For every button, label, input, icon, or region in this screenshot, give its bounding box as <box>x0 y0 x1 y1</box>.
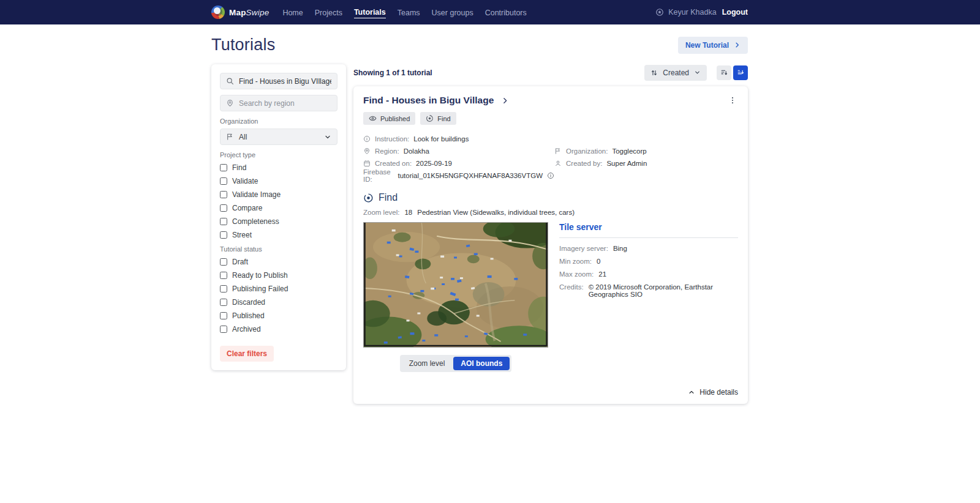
project-type-label: Project type <box>220 151 337 158</box>
nav-item[interactable]: Teams <box>398 7 420 18</box>
firebase-id-row: Firebase ID: tutorial_01K5H5NGFQXHFANAF8… <box>363 170 554 182</box>
checkbox[interactable] <box>220 231 227 239</box>
checkbox[interactable] <box>220 326 227 333</box>
info-icon[interactable] <box>547 172 554 179</box>
created-on-row: Created on: 2025-09-19 <box>363 157 554 170</box>
search-icon <box>226 77 234 85</box>
organization-label: Organization <box>220 117 337 125</box>
checkbox[interactable] <box>220 312 227 319</box>
aoi-bounds-toggle[interactable]: AOI bounds <box>453 357 510 370</box>
info-icon <box>363 135 371 143</box>
more-actions-button[interactable] <box>727 95 738 106</box>
sort-descending-button[interactable] <box>733 65 748 80</box>
logout-link[interactable]: Logout <box>722 8 748 17</box>
chevron-up-icon <box>688 389 695 396</box>
mapswipe-logo-icon <box>211 6 225 19</box>
tutorial-status-label: Tutorial status <box>220 245 337 253</box>
project-type-options: Find Validate Validate Image Com <box>220 163 337 239</box>
new-tutorial-button[interactable]: New Tutorial <box>678 37 748 54</box>
chevron-right-icon <box>501 97 509 105</box>
checkbox[interactable] <box>220 177 227 185</box>
max-zoom-row: Max zoom: 21 <box>559 270 738 278</box>
tutorial-status-option[interactable]: Publishing Failed <box>220 285 337 293</box>
map-pin-icon <box>363 147 371 155</box>
checkbox[interactable] <box>220 191 227 198</box>
tutorial-status-option[interactable]: Discarded <box>220 298 337 307</box>
find-icon <box>363 193 374 203</box>
find-icon <box>426 114 434 122</box>
satellite-preview[interactable] <box>363 222 548 348</box>
search-input[interactable] <box>239 77 331 86</box>
tile-server-heading: Tile server <box>559 222 738 238</box>
credits-row: Credits: © 2019 Microsoft Corporation, E… <box>559 283 738 298</box>
tutorial-status-option[interactable]: Archived <box>220 325 337 333</box>
map-pin-icon <box>226 99 234 107</box>
hide-details-button[interactable]: Hide details <box>688 388 738 397</box>
checkbox[interactable] <box>220 272 227 279</box>
chevron-down-icon <box>324 133 331 141</box>
checkbox[interactable] <box>220 299 227 306</box>
kebab-menu-icon <box>728 96 737 105</box>
type-badge: Find <box>420 112 456 125</box>
map-view-toggle: Zoom level AOI bounds <box>400 355 512 372</box>
tutorial-status-options: Draft Ready to Publish Publishing Failed <box>220 258 337 333</box>
user-shield-icon <box>655 8 664 17</box>
checkbox[interactable] <box>220 164 227 171</box>
organization-value: All <box>239 133 247 141</box>
user-icon <box>554 160 562 167</box>
checkbox[interactable] <box>220 218 227 225</box>
tutorial-card: Find - Houses in Bigu Village Published <box>353 86 748 404</box>
tutorial-status-option[interactable]: Draft <box>220 258 337 266</box>
result-count: Showing 1 of 1 tutorial <box>353 69 432 77</box>
sort-select[interactable]: Created <box>644 65 707 81</box>
flag-icon <box>226 133 234 141</box>
status-badge: Published <box>363 112 415 125</box>
nav-item[interactable]: Projects <box>315 7 342 18</box>
instruction-row: Instruction: Look for buildings <box>363 133 554 145</box>
sort-ascending-button[interactable] <box>717 65 731 80</box>
main-nav: HomeProjectsTutorialsTeamsUser groupsCon… <box>282 6 526 18</box>
tutorial-status-option[interactable]: Ready to Publish <box>220 271 337 280</box>
nav-item[interactable]: Tutorials <box>354 6 386 18</box>
sort-descending-icon <box>737 69 745 76</box>
project-type-option[interactable]: Compare <box>220 204 337 212</box>
mapswipe-logo[interactable]: MapSwipe <box>211 6 269 19</box>
sort-value: Created <box>663 69 689 77</box>
chevron-down-icon <box>694 69 701 76</box>
tutorial-search-box <box>220 73 337 89</box>
zoom-level-toggle[interactable]: Zoom level <box>402 357 453 370</box>
nav-item[interactable]: Contributors <box>485 7 527 18</box>
find-section-heading: Find <box>363 192 738 203</box>
checkbox[interactable] <box>220 285 227 292</box>
flag-icon <box>554 147 562 155</box>
project-type-option[interactable]: Street <box>220 231 337 239</box>
tile-server-panel: Tile server Imagery server: Bing Min zoo… <box>559 222 738 372</box>
zoom-level-line: Zoom level: 18 Pedestrian View (Sidewalk… <box>363 209 738 216</box>
region-row: Region: Dolakha <box>363 145 554 157</box>
nav-item[interactable]: User groups <box>432 7 473 18</box>
tutorial-title-link[interactable]: Find - Houses in Bigu Village <box>363 95 509 106</box>
page-title: Tutorials <box>211 35 275 54</box>
user-menu[interactable]: Keyur Khadka <box>655 8 717 17</box>
organization-select[interactable]: All <box>220 129 337 145</box>
satellite-image <box>364 223 548 347</box>
region-search-input[interactable] <box>239 99 331 108</box>
tutorial-status-option[interactable]: Published <box>220 311 337 320</box>
checkbox[interactable] <box>220 204 227 212</box>
user-name: Keyur Khadka <box>668 8 717 17</box>
organization-row: Organization: Togglecorp <box>554 145 738 157</box>
project-type-option[interactable]: Validate Image <box>220 190 337 199</box>
chevron-right-icon <box>734 42 741 48</box>
project-type-option[interactable]: Completeness <box>220 217 337 226</box>
project-type-option[interactable]: Find <box>220 163 337 172</box>
region-search-box <box>220 95 337 111</box>
min-zoom-row: Min zoom: 0 <box>559 258 738 265</box>
clear-filters-button[interactable]: Clear filters <box>220 346 274 362</box>
sort-ascending-icon <box>720 69 728 76</box>
imagery-server-row: Imagery server: Bing <box>559 245 738 252</box>
checkbox[interactable] <box>220 258 227 266</box>
filters-sidebar: Organization All Project type Find Val <box>211 64 346 370</box>
project-type-option[interactable]: Validate <box>220 177 337 185</box>
nav-item[interactable]: Home <box>282 7 303 18</box>
sort-arrows-icon <box>650 69 658 76</box>
